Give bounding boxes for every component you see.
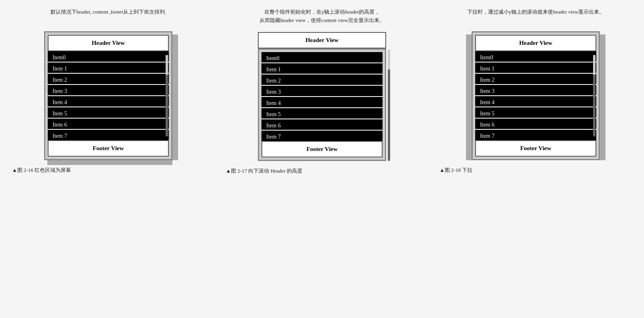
description-1: 默认情况下header, content ,footer从上到下依次排列. [51, 8, 166, 24]
page-container: 默认情况下header, content ,footer从上到下依次排列. He… [12, 8, 632, 175]
device-frame-3: Header View Item0 Item 1 Item 2 Item 3 I… [472, 31, 600, 160]
list-item: Item0 [261, 52, 383, 63]
content-area-3: Item0 Item 1 Item 2 Item 3 Item 4 Item 5… [475, 51, 596, 140]
list-item: Item 4 [475, 96, 596, 107]
list-item: Item 3 [475, 85, 596, 96]
description-2: 在整个组件初始化时，在y轴上滚动header的高度， 从而隐藏header vi… [259, 8, 385, 25]
list-item: Item 6 [475, 119, 596, 130]
description-3: 下拉时，通过减小y轴上的滚动值来使header view显示出来。 [467, 8, 605, 24]
device-frame-2: Item0 Item 1 Item 2 Item 3 Item 4 Item 5… [258, 48, 386, 161]
scrollbar-1 [166, 55, 168, 137]
device-inner-1: Header View Item0 Item 1 Item 2 Item 3 I… [48, 35, 169, 157]
list-item: Item 6 [48, 119, 169, 130]
figure-caption-2: ▲图 2-17 向下滚动 Header 的高度 [226, 167, 302, 175]
list-item: Item 3 [48, 85, 169, 96]
header-view-3: Header View [475, 35, 596, 51]
footer-view-2: Footer View [261, 141, 383, 157]
list-item: Item 7 [261, 131, 383, 141]
device-inner-3: Header View Item0 Item 1 Item 2 Item 3 I… [475, 35, 596, 157]
list-item: Item 1 [475, 62, 596, 74]
shadow-left-3 [466, 34, 472, 160]
device-frame-1: Header View Item0 Item 1 Item 2 Item 3 I… [44, 31, 172, 160]
diagram-section-3: 下拉时，通过减小y轴上的滚动值来使header view显示出来。 Header… [439, 8, 632, 174]
diagram-section-1: 默认情况下header, content ,footer从上到下依次排列. He… [12, 8, 205, 174]
header-view-2-above: Header View [258, 32, 386, 48]
list-item: Item 5 [261, 108, 383, 119]
footer-view-1: Footer View [48, 140, 169, 157]
list-item: Item 4 [261, 97, 383, 108]
scrollbar-2 [388, 50, 390, 161]
diagram-section-2: 在整个组件初始化时，在y轴上滚动header的高度， 从而隐藏header vi… [226, 8, 418, 175]
device-inner-2: Item0 Item 1 Item 2 Item 3 Item 4 Item 5… [261, 52, 383, 157]
list-item: Item 5 [48, 107, 169, 119]
list-item: Item 6 [261, 119, 383, 131]
scrollbar-thumb-1 [166, 55, 168, 75]
content-area-2: Item0 Item 1 Item 2 Item 3 Item 4 Item 5… [261, 52, 383, 141]
list-item: Item 1 [261, 63, 383, 74]
list-item: Item 2 [48, 74, 169, 85]
list-item: Item 2 [261, 74, 383, 86]
list-item: Item 3 [261, 86, 383, 97]
footer-view-3: Footer View [475, 140, 596, 157]
list-item: Item 7 [475, 130, 596, 140]
list-item: Item 1 [48, 62, 169, 74]
figure-caption-3: ▲图 2-18 下拉 [439, 167, 472, 174]
scrollbar-thumb-3 [593, 55, 595, 75]
scrollbar-thumb-2 [388, 50, 390, 70]
list-item: Item 7 [48, 130, 169, 140]
shadow-right-3 [600, 34, 606, 160]
list-item: Item 4 [48, 96, 169, 107]
list-item: Item 2 [475, 74, 596, 85]
header-view-1: Header View [48, 35, 169, 51]
content-area-1: Item0 Item 1 Item 2 Item 3 Item 4 Item 5… [48, 51, 169, 140]
figure-caption-1: ▲图 2-16 红色区域为屏幕 [12, 167, 71, 174]
list-item: Item 5 [475, 107, 596, 119]
shadow-right-1 [172, 34, 178, 160]
scrollbar-3 [593, 55, 595, 137]
list-item: Item0 [475, 51, 596, 62]
list-item: Item0 [48, 51, 169, 62]
shadow-bottom-1 [47, 160, 172, 165]
